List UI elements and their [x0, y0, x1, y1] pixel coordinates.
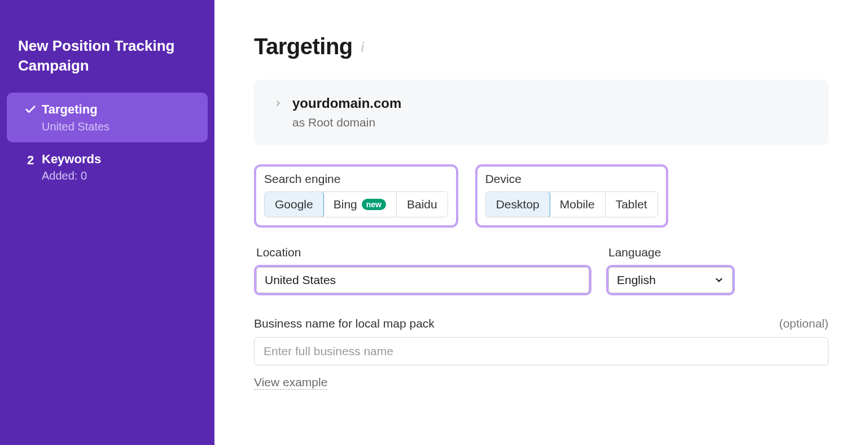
business-name-input[interactable] — [254, 337, 828, 365]
device-label: Device — [485, 172, 658, 186]
sidebar: New Position Tracking Campaign Targeting… — [0, 0, 214, 445]
domain-info: yourdomain.com as Root domain — [292, 95, 401, 129]
step-body: Keywords Added: 0 — [42, 151, 195, 183]
domain-card[interactable]: yourdomain.com as Root domain — [254, 80, 828, 145]
new-badge: new — [362, 199, 386, 210]
search-engine-group: Search engine Google Bingnew Baidu — [254, 164, 458, 228]
search-engine-google[interactable]: Google — [264, 191, 324, 217]
business-label: Business name for local map pack — [254, 317, 435, 330]
location-language-row: Location Language English — [254, 246, 828, 295]
language-value: English — [617, 273, 656, 287]
view-example-link[interactable]: View example — [254, 376, 327, 390]
domain-sub: as Root domain — [292, 116, 401, 129]
language-field: Language English — [606, 246, 735, 295]
device-mobile[interactable]: Mobile — [550, 192, 606, 217]
sidebar-step-targeting[interactable]: Targeting United States — [7, 93, 208, 142]
business-section: Business name for local map pack (option… — [254, 317, 828, 390]
step-label: Targeting — [42, 102, 195, 118]
step-number: 2 — [19, 151, 42, 168]
language-label: Language — [606, 246, 735, 259]
search-engine-segmented: Google Bingnew Baidu — [264, 191, 448, 217]
step-body: Targeting United States — [42, 102, 195, 133]
device-tablet[interactable]: Tablet — [606, 192, 657, 217]
engine-device-row: Search engine Google Bingnew Baidu Devic… — [254, 164, 828, 228]
step-sub: United States — [42, 120, 195, 133]
device-segmented: Desktop Mobile Tablet — [485, 191, 658, 217]
optional-label: (optional) — [779, 317, 828, 330]
location-input[interactable] — [256, 267, 589, 293]
language-highlight: English — [606, 265, 735, 295]
domain-name: yourdomain.com — [292, 95, 401, 111]
device-group: Device Desktop Mobile Tablet — [475, 164, 668, 228]
search-engine-label: Search engine — [264, 172, 448, 186]
sidebar-step-keywords[interactable]: 2 Keywords Added: 0 — [7, 142, 208, 192]
location-field: Location — [254, 246, 591, 295]
device-desktop[interactable]: Desktop — [485, 191, 550, 217]
page-title: Targeting — [254, 34, 353, 59]
sidebar-title: New Position Tracking Campaign — [0, 0, 214, 93]
page-heading: Targeting i — [254, 34, 828, 59]
check-icon — [19, 102, 42, 116]
search-engine-baidu[interactable]: Baidu — [397, 192, 448, 217]
business-label-row: Business name for local map pack (option… — [254, 317, 828, 330]
search-engine-bing[interactable]: Bingnew — [323, 192, 397, 217]
location-label: Location — [254, 246, 591, 259]
step-sub: Added: 0 — [42, 169, 195, 182]
main-content: Targeting i yourdomain.com as Root domai… — [214, 0, 868, 445]
location-highlight — [254, 265, 591, 295]
chevron-down-icon — [714, 275, 724, 285]
chevron-right-icon — [274, 95, 282, 109]
language-select[interactable]: English — [608, 267, 733, 293]
step-label: Keywords — [42, 151, 195, 168]
info-icon[interactable]: i — [361, 38, 365, 55]
